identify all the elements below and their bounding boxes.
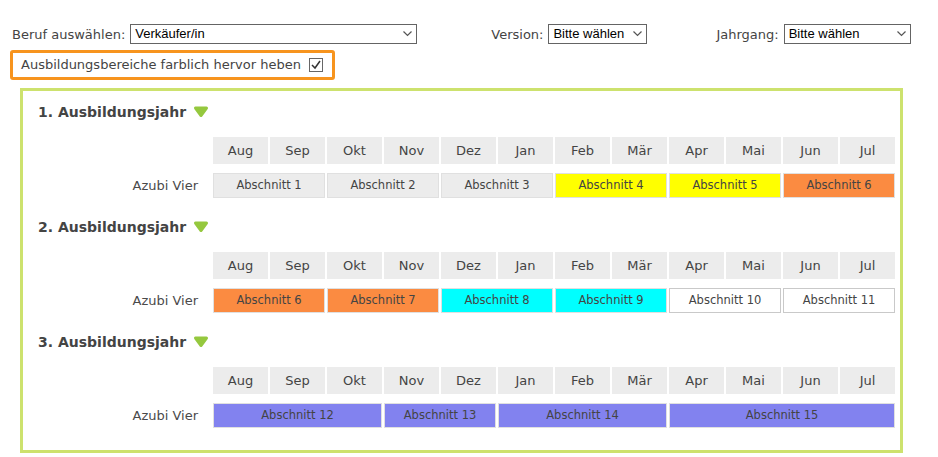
month-header-feb: Feb xyxy=(555,137,610,164)
months-row: AugSepOktNovDezJanFebMärAprMaiJunJul xyxy=(36,137,895,164)
month-header-jun: Jun xyxy=(783,252,838,279)
month-header-aug: Aug xyxy=(213,367,268,394)
month-header-mär: Mär xyxy=(612,137,667,164)
highlight-checkbox[interactable] xyxy=(309,58,323,72)
abschnitt-cell[interactable]: Abschnitt 5 xyxy=(669,173,781,198)
abschnitt-cell[interactable]: Abschnitt 11 xyxy=(783,288,895,313)
month-header-nov: Nov xyxy=(384,367,439,394)
abschnitt-cell[interactable]: Abschnitt 10 xyxy=(669,288,781,313)
checkmark-icon xyxy=(310,59,322,71)
month-header-feb: Feb xyxy=(555,252,610,279)
year-title: 1. Ausbildungsjahr xyxy=(38,104,186,120)
month-header-okt: Okt xyxy=(327,137,382,164)
month-header-nov: Nov xyxy=(384,137,439,164)
abschnitt-cell[interactable]: Abschnitt 14 xyxy=(498,403,667,428)
abschnitt-cell[interactable]: Abschnitt 8 xyxy=(441,288,553,313)
top-controls-bar: Beruf auswählen: Verkäufer/in Version: B… xyxy=(12,24,914,44)
year-title: 3. Ausbildungsjahr xyxy=(38,334,186,350)
beruf-select[interactable]: Verkäufer/in xyxy=(130,24,417,44)
month-header-aug: Aug xyxy=(213,252,268,279)
ausbildungsjahr-section: 3. Ausbildungsjahr AugSepOktNovDezJanFeb… xyxy=(36,334,895,428)
month-header-sep: Sep xyxy=(270,252,325,279)
collapse-arrow-icon[interactable] xyxy=(193,221,209,233)
abschnitt-cell[interactable]: Abschnitt 7 xyxy=(327,288,439,313)
azubi-row: Azubi Vier Abschnitt 6Abschnitt 7Abschni… xyxy=(36,288,895,313)
azubi-label: Azubi Vier xyxy=(36,408,211,423)
month-header-sep: Sep xyxy=(270,137,325,164)
collapse-arrow-icon[interactable] xyxy=(193,336,209,348)
jahrgang-select[interactable]: Bitte wählen xyxy=(784,24,911,44)
abschnitt-cell[interactable]: Abschnitt 3 xyxy=(441,173,553,198)
abschnitt-cell[interactable]: Abschnitt 6 xyxy=(783,173,895,198)
azubi-row: Azubi Vier Abschnitt 1Abschnitt 2Abschni… xyxy=(36,173,895,198)
section-title-row: 3. Ausbildungsjahr xyxy=(38,334,895,350)
abschnitt-cell[interactable]: Abschnitt 12 xyxy=(213,403,382,428)
abschnitt-cell[interactable]: Abschnitt 6 xyxy=(213,288,325,313)
highlight-label: Ausbildungsbereiche farblich hervor hebe… xyxy=(21,57,301,72)
month-header-apr: Apr xyxy=(669,252,724,279)
schedule-container: 1. Ausbildungsjahr AugSepOktNovDezJanFeb… xyxy=(20,88,903,453)
month-header-okt: Okt xyxy=(327,252,382,279)
ausbildungsjahr-section: 2. Ausbildungsjahr AugSepOktNovDezJanFeb… xyxy=(36,219,895,313)
azubi-row: Azubi Vier Abschnitt 12Abschnitt 13Absch… xyxy=(36,403,895,428)
month-header-jun: Jun xyxy=(783,367,838,394)
version-label: Version: xyxy=(491,27,543,42)
month-header-okt: Okt xyxy=(327,367,382,394)
month-header-jan: Jan xyxy=(498,252,553,279)
jahrgang-select-wrap: Bitte wählen xyxy=(784,24,911,44)
months-row: AugSepOktNovDezJanFebMärAprMaiJunJul xyxy=(36,367,895,394)
month-header-mai: Mai xyxy=(726,252,781,279)
month-header-jan: Jan xyxy=(498,367,553,394)
abschnitt-cell[interactable]: Abschnitt 15 xyxy=(669,403,895,428)
month-header-jun: Jun xyxy=(783,137,838,164)
month-header-jul: Jul xyxy=(840,252,895,279)
abschnitt-cell[interactable]: Abschnitt 13 xyxy=(384,403,496,428)
version-select-wrap: Bitte wählen xyxy=(548,24,647,44)
section-title-row: 2. Ausbildungsjahr xyxy=(38,219,895,235)
month-header-aug: Aug xyxy=(213,137,268,164)
month-header-jan: Jan xyxy=(498,137,553,164)
month-header-dez: Dez xyxy=(441,137,496,164)
jahrgang-label: Jahrgang: xyxy=(716,27,778,42)
beruf-label: Beruf auswählen: xyxy=(12,27,125,42)
month-header-apr: Apr xyxy=(669,137,724,164)
abschnitt-cell[interactable]: Abschnitt 1 xyxy=(213,173,325,198)
azubi-label: Azubi Vier xyxy=(36,178,211,193)
section-title-row: 1. Ausbildungsjahr xyxy=(38,104,895,120)
month-header-mai: Mai xyxy=(726,367,781,394)
collapse-arrow-icon[interactable] xyxy=(193,106,209,118)
beruf-select-wrap: Verkäufer/in xyxy=(130,24,417,44)
month-header-dez: Dez xyxy=(441,367,496,394)
abschnitt-cell[interactable]: Abschnitt 4 xyxy=(555,173,667,198)
month-header-mai: Mai xyxy=(726,137,781,164)
month-header-mär: Mär xyxy=(612,367,667,394)
month-header-apr: Apr xyxy=(669,367,724,394)
highlight-option-box: Ausbildungsbereiche farblich hervor hebe… xyxy=(10,50,335,80)
abschnitt-cell[interactable]: Abschnitt 2 xyxy=(327,173,439,198)
version-select[interactable]: Bitte wählen xyxy=(548,24,647,44)
month-header-feb: Feb xyxy=(555,367,610,394)
month-header-nov: Nov xyxy=(384,252,439,279)
month-header-dez: Dez xyxy=(441,252,496,279)
ausbildungsjahr-section: 1. Ausbildungsjahr AugSepOktNovDezJanFeb… xyxy=(36,104,895,198)
azubi-label: Azubi Vier xyxy=(36,293,211,308)
year-title: 2. Ausbildungsjahr xyxy=(38,219,186,235)
month-header-jul: Jul xyxy=(840,367,895,394)
month-header-jul: Jul xyxy=(840,137,895,164)
abschnitt-cell[interactable]: Abschnitt 9 xyxy=(555,288,667,313)
month-header-mär: Mär xyxy=(612,252,667,279)
month-header-sep: Sep xyxy=(270,367,325,394)
months-row: AugSepOktNovDezJanFebMärAprMaiJunJul xyxy=(36,252,895,279)
